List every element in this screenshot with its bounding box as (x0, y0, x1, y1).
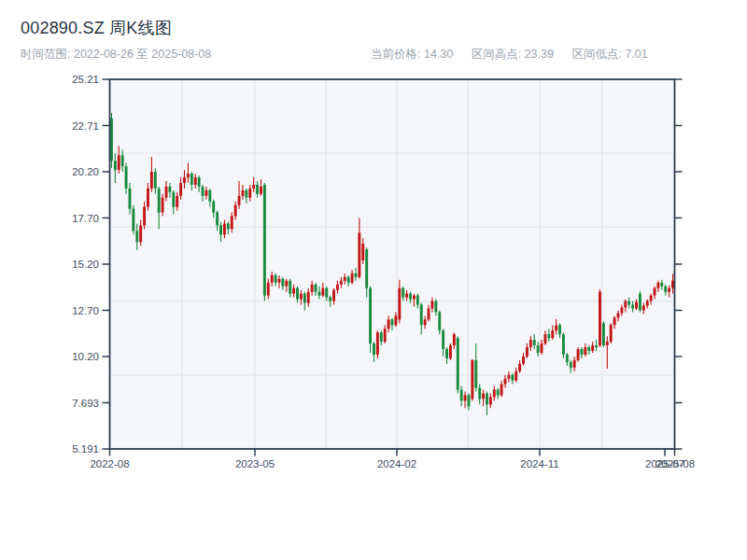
candle-body (292, 288, 295, 294)
candle-body (168, 187, 171, 192)
candle-body (562, 334, 565, 355)
candle-body (497, 390, 500, 396)
candle-body (358, 232, 360, 276)
candle-body (267, 283, 270, 296)
candle-body (606, 342, 609, 345)
candle-body (256, 185, 259, 194)
candle-body (139, 225, 142, 242)
candle-body (570, 362, 572, 368)
candle-body (285, 281, 288, 287)
candle-body (329, 298, 331, 301)
y-tick-label: 15.20 (72, 259, 99, 270)
y-tick-label: 20.20 (72, 166, 99, 177)
candle-body (660, 283, 663, 287)
candle-body (398, 288, 401, 320)
candle-body (344, 277, 346, 281)
candle-body (457, 338, 459, 389)
candle-body (355, 273, 358, 277)
candle-body (271, 275, 274, 283)
candle-body (428, 308, 430, 319)
candle-body (602, 323, 605, 345)
candle-body (438, 312, 441, 330)
candle-body (460, 390, 463, 401)
candle-body (373, 343, 375, 355)
candle-body (384, 329, 387, 342)
candle-body (668, 288, 670, 292)
x-tick-label: 2025-08 (655, 458, 695, 469)
candle-body (204, 190, 207, 196)
candle-body (212, 202, 215, 213)
candle-body (522, 357, 525, 364)
candle-body (190, 174, 193, 185)
candle-body (394, 315, 397, 325)
candle-body (551, 330, 554, 338)
candle-body (336, 285, 339, 290)
candle-body (340, 281, 343, 285)
candle-body (321, 288, 324, 296)
candle-body (489, 397, 492, 404)
candle-body (238, 196, 241, 205)
candle-body (311, 285, 314, 292)
candle-body (242, 190, 245, 196)
candle-body (143, 207, 146, 226)
y-tick-label: 7.693 (72, 398, 99, 409)
candle-body (110, 119, 113, 161)
candle-body (296, 288, 299, 300)
candle-body (639, 294, 641, 311)
candle-body (121, 155, 124, 166)
candle-body (365, 249, 368, 288)
candle-body (581, 349, 584, 355)
candle-body (129, 189, 132, 209)
candle-body (518, 364, 521, 371)
candle-body (507, 375, 510, 379)
x-axis-labels: 2022-08 2023-05 2024-02 2024-11 2025-07 … (90, 458, 695, 469)
candle-body (631, 305, 634, 309)
candle-body (478, 388, 481, 399)
candle-body (223, 223, 226, 234)
candle-body (482, 393, 485, 399)
x-tick-label: 2022-08 (90, 458, 129, 469)
candle-body (317, 292, 320, 296)
candle-body (158, 189, 161, 213)
candle-body (573, 360, 576, 368)
y-tick-label: 10.20 (72, 351, 99, 362)
candle-body (125, 166, 128, 189)
candle-body (566, 355, 569, 362)
candle-body (646, 301, 649, 306)
candle-body (624, 301, 627, 308)
candle-body (172, 192, 175, 207)
candle-body (332, 290, 335, 301)
candle-body (511, 375, 514, 381)
candle-body (413, 296, 416, 300)
candle-body (541, 343, 543, 353)
y-tick-label: 5.191 (72, 443, 99, 455)
candle-body (656, 283, 659, 288)
candle-body (595, 345, 598, 347)
candle-body (391, 319, 394, 325)
y-tick-label: 25.21 (72, 74, 99, 85)
candle-body (664, 287, 667, 292)
candle-body (227, 223, 230, 229)
candle-body (275, 275, 277, 283)
candle-body (543, 334, 546, 343)
candle-body (281, 279, 284, 287)
candle-body (514, 371, 517, 381)
candle-body (263, 185, 266, 296)
candle-body (289, 281, 291, 294)
y-tick-label: 22.71 (72, 120, 99, 132)
candle-body (584, 347, 586, 355)
candle-body (388, 319, 390, 329)
candle-body (208, 190, 211, 202)
candle-body (533, 340, 536, 345)
candle-body (635, 302, 638, 309)
candle-body (486, 393, 488, 404)
candle-body (650, 296, 653, 301)
candle-body (434, 301, 437, 313)
candle-body (671, 281, 674, 288)
x-tick-label: 2024-11 (520, 458, 558, 469)
candle-body (198, 177, 201, 187)
candle-body (529, 340, 532, 347)
candle-body (369, 288, 372, 343)
candle-body (165, 187, 168, 198)
candle-body (216, 213, 218, 226)
